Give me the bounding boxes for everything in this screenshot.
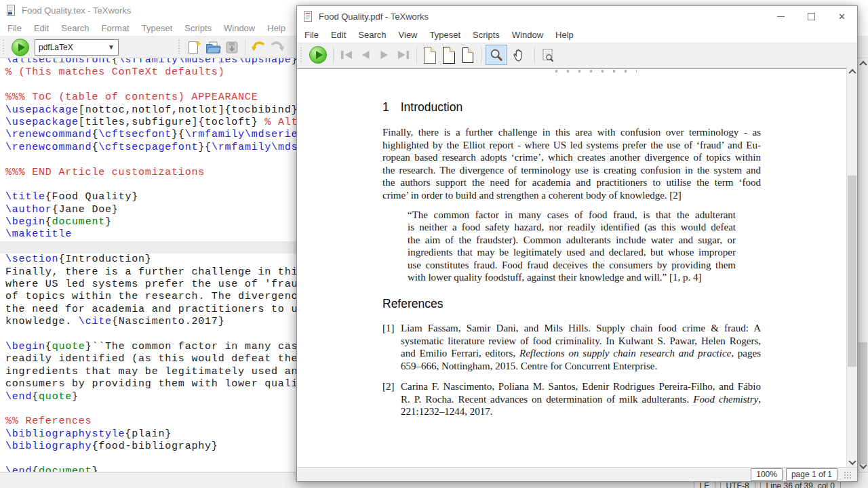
block-quote: “The common factor in many cases of food… (408, 209, 736, 283)
pdf-text-line: crime’ in order to build and strengthen … (382, 189, 761, 202)
minimize-button[interactable] (766, 6, 796, 26)
introduction-paragraph: Finally, there is a further challenge in… (382, 126, 761, 202)
new-document-icon (186, 39, 202, 56)
menu-item-edit[interactable]: Edit (28, 21, 55, 35)
zoom-level-badge[interactable]: 100% (751, 468, 783, 481)
menu-item-window[interactable]: Window (218, 21, 261, 35)
clipped-page-header-fragment (555, 70, 637, 73)
new-document-button[interactable] (184, 38, 203, 57)
pdf-text-line: 221:1232–1244, 2017. (401, 405, 761, 418)
fit-to-width-button[interactable] (439, 45, 458, 64)
chevron-down-icon (859, 462, 867, 469)
window-title: Food Quality.tex - TeXworks (22, 5, 131, 16)
pdf-scrollbar[interactable] (846, 66, 857, 468)
scrollbar-thumb[interactable] (848, 176, 856, 367)
tex-document-icon (6, 5, 16, 16)
pdf-document-icon (303, 11, 313, 22)
menu-item-edit[interactable]: Edit (325, 28, 352, 42)
menu-item-scripts[interactable]: Scripts (467, 28, 506, 42)
resize-grip[interactable] (843, 470, 852, 479)
pdf-text-line: the research. The divergence of terminol… (382, 164, 761, 177)
open-folder-icon (205, 39, 222, 56)
typeset-run-button[interactable] (309, 46, 327, 64)
fit-to-window-button[interactable] (458, 45, 477, 64)
scroll-up-button[interactable] (847, 66, 857, 77)
hand-tool-button[interactable] (509, 45, 530, 65)
section-heading: 1Introduction (382, 100, 462, 115)
last-page-button[interactable] (394, 45, 413, 64)
play-icon (18, 43, 25, 52)
first-page-icon (339, 50, 354, 60)
page-number-badge[interactable]: page 1 of 1 (786, 468, 837, 481)
magnify-tool-button[interactable] (486, 45, 507, 65)
next-page-button[interactable] (375, 45, 394, 64)
pdf-text-line: highlighted by the Elliot report - where… (382, 139, 761, 152)
toolbar-drag-handle[interactable] (300, 47, 303, 62)
maximize-button[interactable] (796, 6, 827, 26)
menu-item-search[interactable]: Search (55, 21, 95, 35)
toolbar-separator (416, 47, 417, 63)
first-page-button[interactable] (337, 45, 356, 64)
chevron-down-icon (848, 458, 856, 465)
open-document-button[interactable] (203, 38, 222, 57)
save-button[interactable] (222, 38, 241, 57)
scroll-down-button[interactable] (858, 461, 868, 472)
scroll-up-button[interactable] (858, 58, 868, 69)
pdf-status-bar: 100% page 1 of 1 (297, 467, 857, 481)
pdf-text-line: 659–666, Nottingham, 2015. Centre for Co… (401, 360, 761, 373)
pdf-text-line: is neither a food safety hazard, nor rea… (408, 221, 736, 233)
menu-item-typeset[interactable]: Typeset (136, 21, 179, 35)
menu-item-file[interactable]: File (1, 21, 28, 35)
minimize-icon (777, 16, 785, 17)
toolbar-separator (245, 39, 245, 56)
pdf-text-line: with lower quality foodstuff, against th… (408, 271, 736, 283)
maximize-icon (808, 13, 815, 20)
typeset-run-button[interactable] (12, 39, 29, 56)
redo-button[interactable] (268, 38, 287, 57)
reference-label: [2] (382, 380, 395, 393)
menu-item-help[interactable]: Help (549, 28, 580, 42)
toolbar-drag-handle[interactable] (178, 40, 181, 55)
close-button[interactable]: ✕ (827, 6, 857, 26)
pdf-text-line: the authors support the need for academi… (382, 176, 761, 189)
pdf-page[interactable]: 1Introduction Finally, there is a furthe… (297, 68, 847, 468)
pdf-text-line: “The common factor in many cases of food… (408, 209, 736, 221)
previous-page-icon (359, 50, 372, 60)
next-page-icon (378, 50, 391, 60)
chevron-up-icon (848, 69, 856, 77)
texworks-pdf-window: Food Quality.pdf - TeXworks ✕ FileEditSe… (296, 5, 858, 482)
menu-item-scripts[interactable]: Scripts (178, 21, 218, 35)
reference-entry: [2]Carina F. Nascimento, Poliana M. Sant… (382, 380, 761, 418)
reference-entry: [1]Liam Fassam, Samir Dani, and Mils Hil… (382, 322, 761, 372)
scroll-down-button[interactable] (847, 457, 857, 468)
pdf-toolbar (297, 43, 857, 67)
pdf-viewport[interactable]: 1Introduction Finally, there is a furthe… (297, 66, 857, 468)
menu-item-view[interactable]: View (393, 28, 424, 42)
menu-item-search[interactable]: Search (352, 28, 392, 42)
find-in-document-icon (540, 47, 556, 63)
pdf-window-titlebar[interactable]: Food Quality.pdf - TeXworks ✕ (297, 6, 857, 26)
fit-to-window-icon (462, 47, 473, 63)
toolbar-separator (333, 47, 334, 63)
menu-item-typeset[interactable]: Typeset (424, 28, 467, 42)
redo-curved-arrow-icon (269, 39, 286, 56)
menu-item-file[interactable]: File (298, 28, 325, 42)
toolbar-drag-handle[interactable] (2, 40, 5, 55)
menu-item-format[interactable]: Format (96, 21, 136, 35)
previous-page-button[interactable] (356, 45, 375, 64)
fit-to-width-icon (443, 47, 455, 64)
undo-button[interactable] (249, 38, 268, 57)
menu-item-help[interactable]: Help (261, 21, 292, 35)
actual-size-button[interactable] (420, 45, 439, 64)
menu-item-window[interactable]: Window (506, 28, 549, 42)
magnifier-icon (490, 48, 503, 62)
reference-label: [1] (382, 322, 395, 335)
scrollbar-thumb[interactable] (859, 342, 867, 464)
pdf-text-line: systematic literature review of food cri… (401, 335, 761, 348)
source-editor-scrollbar[interactable] (857, 58, 868, 472)
typeset-engine-dropdown[interactable]: pdfLaTeX ▼ (35, 39, 119, 56)
undo-curved-arrow-icon (250, 39, 267, 56)
pdf-text-line: ingredients that may be legitimately use… (408, 246, 736, 258)
pdf-text-line: Carina F. Nascimento, Poliana M. Santos,… (401, 380, 761, 393)
find-in-pdf-button[interactable] (538, 45, 557, 64)
